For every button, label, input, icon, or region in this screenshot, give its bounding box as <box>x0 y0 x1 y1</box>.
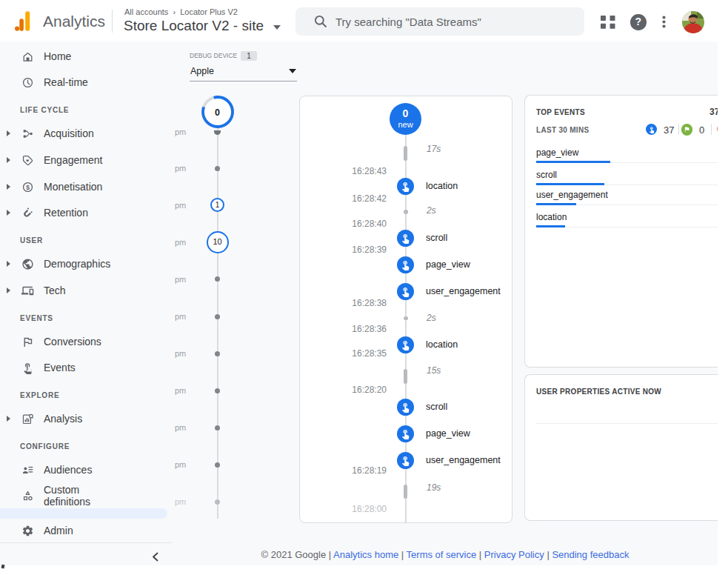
svg-text:$: $ <box>26 183 30 190</box>
